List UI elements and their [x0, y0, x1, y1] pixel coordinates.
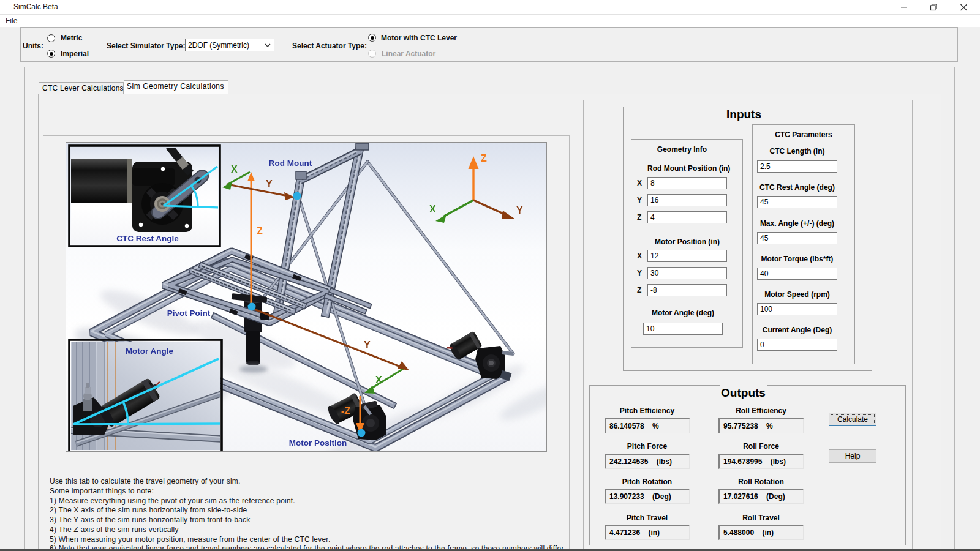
svg-text:Y: Y: [364, 340, 371, 350]
svg-text:Y: Y: [266, 179, 273, 189]
svg-text:Motor Position: Motor Position: [289, 438, 347, 448]
svg-text:Z: Z: [257, 226, 263, 236]
svg-text:Rod Mount: Rod Mount: [269, 159, 312, 168]
svg-text:X: X: [429, 204, 436, 214]
svg-text:X: X: [375, 375, 382, 385]
svg-text:Motor Angle: Motor Angle: [126, 347, 174, 356]
svg-text:CTC Rest Angle: CTC Rest Angle: [116, 234, 179, 243]
svg-text:Z: Z: [481, 153, 487, 163]
svg-text:Pivot Point: Pivot Point: [167, 309, 211, 318]
svg-text:-Z: -Z: [341, 406, 350, 416]
svg-text:Y: Y: [516, 205, 523, 216]
svg-text:X: X: [231, 164, 238, 174]
